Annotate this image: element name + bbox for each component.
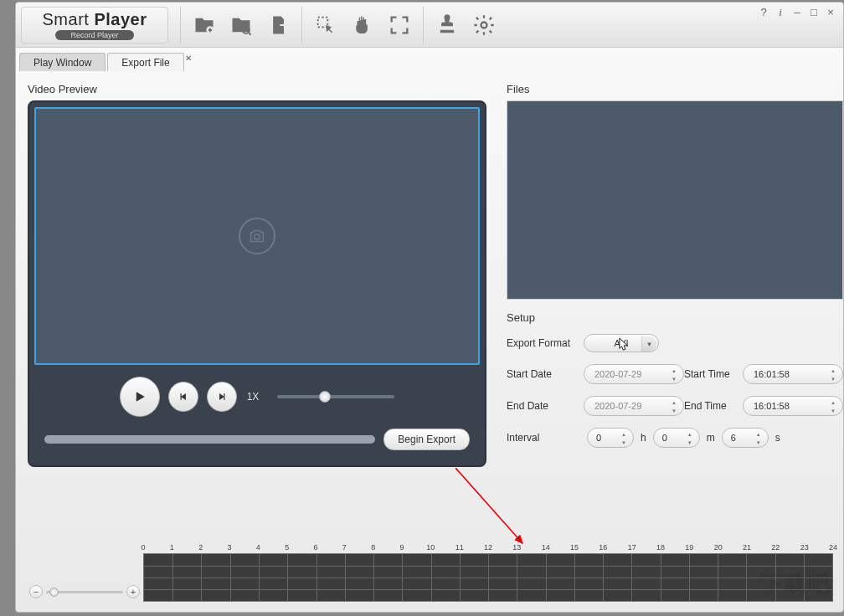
tab-export-file[interactable]: Export File✕ <box>107 53 183 71</box>
input-value: 2020-07-29 <box>594 401 641 411</box>
ruler-tick: 6 <box>313 543 317 552</box>
ruler-tick: 9 <box>399 543 404 552</box>
play-button[interactable] <box>120 377 160 417</box>
unit-s: s <box>775 432 780 444</box>
ruler-tick: 12 <box>484 543 492 552</box>
zoom-in-button[interactable]: + <box>126 585 140 598</box>
toolbar: Smart Player Record Player ? i – □ × <box>16 3 843 48</box>
spinner-icon[interactable]: ▲▼ <box>616 430 631 447</box>
input-value: 16:01:58 <box>754 369 790 379</box>
speed-slider[interactable] <box>277 395 394 398</box>
end-time-label: End Time <box>684 400 743 412</box>
slider-knob[interactable] <box>49 588 59 597</box>
ruler-tick: 1 <box>170 543 174 552</box>
export-progress <box>44 435 375 444</box>
input-value: 0 <box>662 433 667 443</box>
start-time-input[interactable]: 16:01:58▲▼ <box>743 364 843 384</box>
timeline-ruler: 0123456789101112131415161718192021222324 <box>143 543 833 553</box>
ruler-tick: 7 <box>342 543 347 552</box>
svg-line-5 <box>455 468 522 543</box>
fullscreen-button[interactable] <box>381 7 418 44</box>
cursor-pointer-icon <box>619 337 630 356</box>
ruler-tick: 23 <box>800 543 809 552</box>
unit-h: h <box>641 432 646 444</box>
export-row: Begin Export <box>34 429 480 460</box>
end-date-input[interactable]: 2020-07-29▲▼ <box>584 396 684 416</box>
files-header: Files <box>507 83 843 95</box>
spinner-icon[interactable]: ▲▼ <box>666 367 682 383</box>
speed-label: 1X <box>247 391 260 403</box>
ruler-tick: 19 <box>685 543 693 552</box>
spinner-icon[interactable]: ▲▼ <box>666 398 682 415</box>
app-window: Smart Player Record Player ? i – □ × Pla… <box>15 2 844 613</box>
playback-controls: 1X <box>34 365 480 429</box>
ruler-tick: 14 <box>542 543 550 552</box>
files-list[interactable] <box>507 100 843 300</box>
interval-row: Interval 0▲▼ h 0▲▼ m 6▲▼ s <box>507 428 843 448</box>
window-controls: ? i – □ × <box>758 6 836 19</box>
tab-strip: Play Window Export File✕ <box>16 53 843 71</box>
ruler-tick: 21 <box>743 543 751 552</box>
left-panel: Video Preview 1X Begin Export <box>28 83 486 467</box>
toolbar-divider <box>423 7 424 44</box>
settings-button[interactable] <box>466 7 502 44</box>
spinner-icon[interactable]: ▲▼ <box>751 430 766 447</box>
interval-h-input[interactable]: 0▲▼ <box>587 428 634 448</box>
video-canvas[interactable] <box>34 107 480 365</box>
zoom-out-button[interactable]: − <box>29 585 43 598</box>
ruler-tick: 0 <box>141 543 145 552</box>
svg-point-4 <box>255 234 260 239</box>
stamp-button[interactable] <box>429 7 466 44</box>
tab-close-icon[interactable]: ✕ <box>185 54 192 63</box>
ruler-tick: 4 <box>256 543 260 552</box>
minimize-button[interactable]: – <box>791 6 803 19</box>
spinner-icon[interactable]: ▲▼ <box>682 430 697 447</box>
input-value: 0 <box>596 433 601 443</box>
zoom-control: − + <box>29 585 140 598</box>
brand-title: Smart Player <box>43 10 147 29</box>
camera-placeholder-icon <box>239 218 275 254</box>
toolbar-divider <box>180 7 181 44</box>
setup-header: Setup <box>507 311 843 324</box>
add-file-button[interactable] <box>186 7 223 44</box>
ruler-tick: 15 <box>570 543 579 552</box>
open-search-button[interactable] <box>223 7 260 44</box>
ruler-tick: 16 <box>599 543 607 552</box>
input-value: 6 <box>731 433 736 443</box>
interval-m-input[interactable]: 0▲▼ <box>653 428 700 448</box>
interval-label: Interval <box>507 432 580 444</box>
timeline-grid[interactable] <box>143 553 833 602</box>
unit-m: m <box>707 432 715 444</box>
zoom-slider[interactable] <box>46 591 123 593</box>
ruler-tick: 17 <box>628 543 636 552</box>
ruler-tick: 24 <box>829 543 837 552</box>
ruler-tick: 13 <box>512 543 521 552</box>
close-button[interactable]: × <box>825 6 836 19</box>
export-button[interactable] <box>260 7 296 44</box>
ruler-tick: 22 <box>771 543 780 552</box>
interval-s-input[interactable]: 6▲▼ <box>722 428 769 448</box>
annotation-arrow <box>455 468 539 552</box>
chevron-down-icon: ▼ <box>641 336 656 352</box>
ruler-tick: 2 <box>198 543 203 552</box>
start-date-input[interactable]: 2020-07-29▲▼ <box>584 364 684 384</box>
tab-label: Export File <box>121 57 169 69</box>
selection-tool-button[interactable] <box>307 7 344 44</box>
spinner-icon[interactable]: ▲▼ <box>826 367 841 383</box>
input-value: 16:01:58 <box>754 401 790 411</box>
end-time-input[interactable]: 16:01:58▲▼ <box>743 396 843 416</box>
maximize-button[interactable]: □ <box>808 6 820 19</box>
help-button[interactable]: ? <box>758 6 769 19</box>
step-back-button[interactable] <box>168 382 198 412</box>
right-panel: Files Setup Export Format AVI▼ Start Dat… <box>507 83 843 467</box>
step-forward-button[interactable] <box>207 382 237 412</box>
ruler-tick: 3 <box>227 543 231 552</box>
tab-play-window[interactable]: Play Window <box>19 53 106 71</box>
input-value: 2020-07-29 <box>594 369 641 379</box>
spinner-icon[interactable]: ▲▼ <box>826 398 841 415</box>
pan-tool-button[interactable] <box>344 7 381 44</box>
slider-knob[interactable] <box>319 391 331 403</box>
ruler-tick: 10 <box>426 543 435 552</box>
info-button[interactable]: i <box>775 6 786 19</box>
begin-export-button[interactable]: Begin Export <box>383 429 470 450</box>
